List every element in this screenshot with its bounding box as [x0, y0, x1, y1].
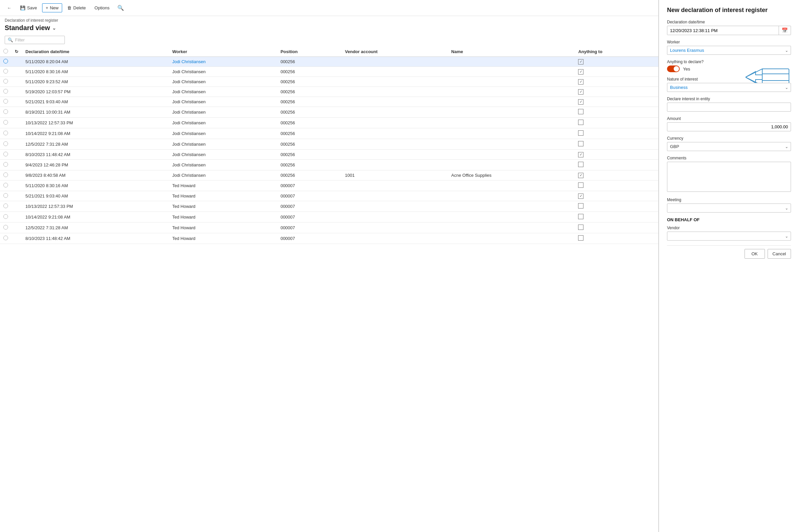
back-icon: ←	[7, 5, 11, 11]
row-name	[448, 191, 575, 201]
row-radio[interactable]	[3, 69, 8, 74]
row-anything-checkbox[interactable]: ✓	[578, 79, 584, 84]
row-anything-checkbox[interactable]	[578, 235, 584, 241]
row-name	[448, 180, 575, 191]
row-position: 000256	[277, 57, 342, 67]
row-radio[interactable]	[3, 59, 8, 63]
row-name	[448, 118, 575, 128]
row-empty	[11, 201, 22, 212]
filter-input-wrapper: 🔍	[5, 36, 65, 44]
search-icon[interactable]: 🔍	[117, 5, 124, 11]
row-vendor-account	[342, 57, 448, 67]
calendar-icon[interactable]: 📅	[779, 26, 791, 35]
row-anything-checkbox[interactable]	[578, 109, 584, 114]
currency-select[interactable]: GBP USD EUR	[667, 142, 791, 151]
new-label: New	[50, 5, 58, 11]
row-name	[448, 223, 575, 233]
row-worker: Ted Howard	[169, 223, 277, 233]
meeting-select[interactable]	[667, 204, 791, 212]
row-anything-checkbox[interactable]: ✓	[578, 59, 584, 64]
filter-input[interactable]	[15, 37, 62, 42]
row-radio[interactable]	[3, 131, 8, 135]
row-radio[interactable]	[3, 120, 8, 125]
row-anything-checkbox[interactable]: ✓	[578, 89, 584, 95]
row-vendor-account	[342, 118, 448, 128]
row-radio[interactable]	[3, 141, 8, 146]
row-radio[interactable]	[3, 162, 8, 167]
options-label: Options	[95, 5, 110, 11]
row-radio[interactable]	[3, 109, 8, 114]
row-empty	[11, 191, 22, 201]
save-button[interactable]: 💾 Save	[16, 3, 41, 12]
delete-label: Delete	[73, 5, 86, 11]
meeting-group: Meeting ⌄	[667, 197, 791, 212]
vendor-select[interactable]	[667, 232, 791, 241]
row-anything-checkbox[interactable]	[578, 225, 584, 230]
declaration-datetime-input[interactable]	[667, 26, 779, 35]
row-anything-checkbox[interactable]	[578, 130, 584, 136]
row-position: 000256	[277, 160, 342, 170]
row-vendor-account	[342, 107, 448, 118]
ok-button[interactable]: OK	[744, 249, 765, 259]
row-radio[interactable]	[3, 183, 8, 188]
row-radio[interactable]	[3, 193, 8, 198]
nature-select[interactable]: Business Personal Financial Other	[667, 83, 791, 92]
row-anything-checkbox[interactable]	[578, 120, 584, 125]
row-date: 5/21/2021 9:03:40 AM	[22, 97, 169, 107]
row-empty	[11, 77, 22, 87]
row-anything-checkbox[interactable]: ✓	[578, 173, 584, 178]
new-button[interactable]: + New	[42, 3, 62, 12]
row-anything-checkbox[interactable]	[578, 203, 584, 209]
row-radio[interactable]	[3, 152, 8, 156]
col-name: Name	[448, 47, 575, 57]
row-name	[448, 87, 575, 97]
row-worker: Ted Howard	[169, 233, 277, 244]
row-name	[448, 128, 575, 139]
row-anything-checkbox[interactable]	[578, 162, 584, 167]
row-radio[interactable]	[3, 214, 8, 219]
cancel-button[interactable]: Cancel	[767, 249, 791, 259]
refresh-header[interactable]: ↻	[11, 47, 22, 57]
row-radio[interactable]	[3, 235, 8, 240]
comments-textarea[interactable]	[667, 162, 791, 192]
worker-select[interactable]: Lourens Erasmus	[667, 46, 791, 55]
select-all-header[interactable]	[0, 47, 11, 57]
declare-entity-input[interactable]	[667, 102, 791, 112]
select-all-radio[interactable]	[3, 49, 8, 54]
back-button[interactable]: ←	[3, 3, 15, 12]
row-position: 000007	[277, 223, 342, 233]
chevron-down-icon[interactable]: ⌄	[52, 25, 56, 31]
row-date: 8/19/2021 10:00:31 AM	[22, 107, 169, 118]
anything-toggle[interactable]	[667, 65, 680, 72]
row-worker[interactable]: Jodi Christiansen	[169, 57, 277, 67]
row-vendor-account	[342, 128, 448, 139]
row-anything-checkbox[interactable]: ✓	[578, 193, 584, 199]
delete-button[interactable]: 🗑 Delete	[63, 3, 90, 12]
row-date: 10/14/2022 9:21:08 AM	[22, 212, 169, 223]
row-vendor-account	[342, 150, 448, 160]
options-button[interactable]: Options	[91, 3, 113, 12]
row-radio[interactable]	[3, 89, 8, 94]
anything-declare-label: Anything to declare?	[667, 59, 791, 64]
row-radio[interactable]	[3, 99, 8, 103]
row-date: 5/11/2020 9:23:52 AM	[22, 77, 169, 87]
row-anything-checkbox[interactable]	[578, 214, 584, 219]
amount-input[interactable]	[667, 122, 791, 131]
row-anything-checkbox[interactable]: ✓	[578, 152, 584, 157]
row-radio[interactable]	[3, 172, 8, 177]
row-position: 000256	[277, 107, 342, 118]
row-anything-checkbox[interactable]	[578, 183, 584, 188]
datetime-input-wrapper: 📅	[667, 26, 791, 35]
row-radio[interactable]	[3, 79, 8, 83]
row-anything-checkbox[interactable]	[578, 141, 584, 146]
row-date: 5/21/2021 9:03:40 AM	[22, 191, 169, 201]
col-vendor-account: Vendor account	[342, 47, 448, 57]
row-radio[interactable]	[3, 225, 8, 230]
row-anything-checkbox[interactable]: ✓	[578, 99, 584, 104]
row-anything-checkbox[interactable]: ✓	[578, 69, 584, 75]
row-empty	[11, 150, 22, 160]
row-empty	[11, 107, 22, 118]
row-worker: Ted Howard	[169, 201, 277, 212]
row-radio[interactable]	[3, 204, 8, 208]
row-worker: Ted Howard	[169, 191, 277, 201]
